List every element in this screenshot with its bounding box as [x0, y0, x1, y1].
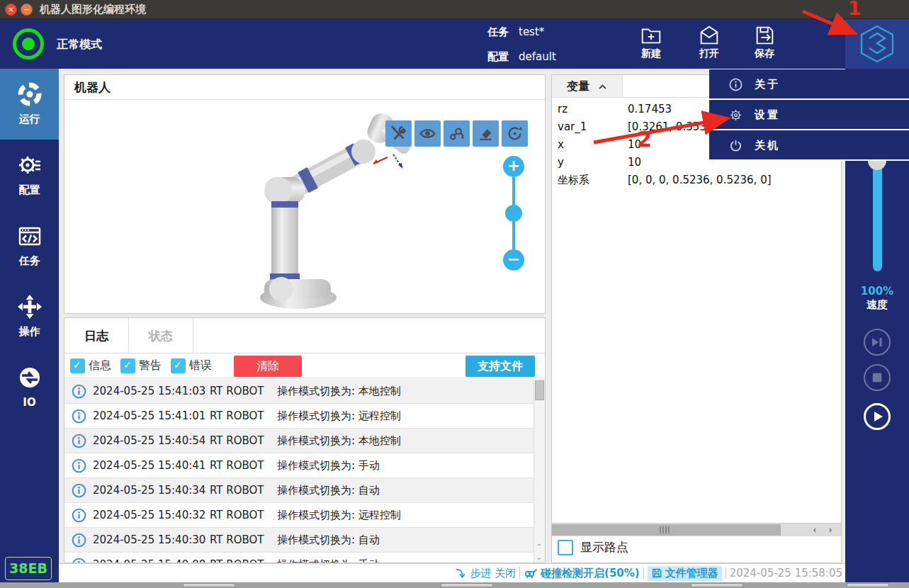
log-row[interactable]: 2024-05-25 15:40:54 RT ROBOT 操作模式切换为: 本地… [64, 429, 533, 453]
menu-item-label: 设置 [755, 108, 780, 122]
stop-button[interactable] [864, 364, 891, 391]
variables-header-cell[interactable]: 变量 [552, 75, 623, 97]
tools-icon [390, 125, 407, 142]
variables-hscrollbar[interactable]: ‹ › [552, 523, 841, 536]
save-button-label: 保存 [741, 47, 788, 60]
log-scrollbar[interactable]: ⌃ ⌄ [533, 379, 545, 562]
log-source: RT ROBOT [210, 509, 264, 521]
step-mode-toggle[interactable]: 步进 关闭 [455, 567, 516, 580]
info-icon [72, 434, 86, 451]
chevron-up-icon [598, 84, 607, 90]
zoom-out-button[interactable]: − [503, 249, 524, 271]
sidebar-item-run[interactable]: 运行 [0, 69, 59, 140]
collision-robot-icon [524, 567, 538, 579]
log-time: 2024-05-25 15:40:34 [93, 484, 205, 497]
log-message: 操作模式切换为: 手动 [277, 459, 380, 473]
move-arrows-icon [16, 293, 44, 321]
scroll-down-button[interactable]: ⌄ [534, 553, 544, 562]
log-row[interactable]: 2024-05-25 15:40:41 RT ROBOT 操作模式切换为: 手动 [64, 453, 533, 478]
config-label: 配置 [487, 50, 509, 63]
eye-icon [419, 125, 436, 142]
window-minimize-button[interactable]: − [21, 4, 33, 16]
variable-name: y [558, 156, 564, 169]
speed-label: 速度 [845, 298, 909, 312]
view-tools-button[interactable] [385, 120, 412, 147]
sidebar-item-io[interactable]: IO [0, 352, 59, 423]
log-row[interactable]: 2024-05-25 15:40:34 RT ROBOT 操作模式切换为: 自动 [64, 478, 533, 503]
scroll-right-button[interactable]: › [824, 524, 837, 536]
open-envelope-icon [697, 23, 721, 47]
zoom-in-button[interactable]: + [503, 156, 524, 177]
menu-item-shutdown[interactable]: 关机 [709, 130, 909, 161]
step-mode-label: 步进 关闭 [470, 567, 516, 580]
open-button[interactable]: 打开 [686, 22, 733, 66]
info-icon [72, 384, 86, 402]
trajectory-icon [448, 125, 465, 142]
rotate-reset-icon [506, 125, 524, 142]
log-source: RT ROBOT [210, 533, 264, 546]
show-waypoints-row: 显示路点 [558, 539, 628, 555]
variables-header-label: 变量 [567, 79, 589, 93]
log-list: 2024-05-25 15:41:03 RT ROBOT 操作模式切换为: 本地… [64, 379, 533, 562]
show-waypoints-checkbox[interactable] [558, 540, 573, 555]
view-path-button[interactable] [444, 120, 470, 147]
tab-status[interactable]: 状态 [129, 318, 193, 353]
scroll-left-button[interactable]: ‹ [808, 524, 821, 536]
info-icon [729, 78, 743, 94]
log-row[interactable]: 2024-05-25 15:41:03 RT ROBOT 操作模式切换为: 本地… [64, 379, 533, 404]
variable-name: 坐标系 [558, 174, 589, 187]
open-button-label: 打开 [686, 47, 733, 60]
divider [725, 567, 726, 579]
collision-detection-toggle[interactable]: 碰撞检测开启(50%) [524, 567, 640, 580]
view-reset-button[interactable] [502, 120, 528, 147]
sidebar-item-config[interactable]: 配置 [0, 140, 59, 210]
file-manager-button[interactable]: 文件管理器 [648, 566, 722, 581]
play-button[interactable] [864, 403, 891, 430]
robot-3d-viewport[interactable]: + − [64, 101, 545, 313]
save-button[interactable]: 保存 [741, 22, 788, 66]
log-filter-bar: 信息 警告 错误 清除 支持文件 [64, 354, 545, 378]
hscrollbar-thumb[interactable] [552, 524, 781, 536]
log-row[interactable]: 2024-05-25 15:40:32 RT ROBOT 操作模式切换为: 远程… [64, 503, 533, 528]
new-button[interactable]: 新建 [628, 22, 674, 66]
zoom-slider-knob[interactable] [505, 205, 522, 222]
filter-error-checkbox[interactable] [171, 358, 186, 373]
log-row[interactable]: 2024-05-25 15:40:30 RT ROBOT 操作模式切换为: 自动 [64, 528, 533, 553]
variable-row[interactable]: 坐标系 [0, 0, 0, 0.5236, 0.5236, 0] [552, 171, 841, 189]
log-message: 操作模式切换为: 手动 [277, 558, 380, 562]
filter-warn-checkbox[interactable] [120, 358, 135, 373]
step-forward-button[interactable] [864, 329, 891, 356]
app-logo-button[interactable] [845, 19, 909, 69]
sidebar-item-operate[interactable]: 操作 [0, 281, 59, 352]
log-row[interactable]: 2024-05-25 15:40:08 RT ROBOT 操作模式切换为: 手动 [64, 553, 533, 562]
clear-log-button[interactable]: 清除 [234, 356, 302, 377]
filter-warn-label: 警告 [139, 358, 162, 373]
info-icon [72, 409, 86, 426]
support-files-button[interactable]: 支持文件 [465, 356, 535, 377]
tab-log[interactable]: 日志 [64, 318, 129, 353]
step-arrow-icon [455, 567, 467, 579]
titlebar: ✕ − 机器人图形化编程环境 [0, 0, 909, 19]
log-row[interactable]: 2024-05-25 15:41:01 RT ROBOT 操作模式切换为: 远程… [64, 404, 533, 429]
viewport-toolbar [385, 120, 528, 147]
background-window-tab [847, 583, 889, 587]
view-visibility-button[interactable] [414, 120, 441, 147]
filter-info-checkbox[interactable] [70, 358, 85, 373]
variable-value: 10 [628, 156, 641, 169]
log-time: 2024-05-25 15:40:41 [93, 459, 205, 472]
sidebar: 运行 配置 任务 操作 [0, 69, 59, 582]
menu-item-settings[interactable]: 设置 [709, 100, 909, 130]
menu-item-about[interactable]: 关于 [709, 69, 909, 100]
info-icon [72, 533, 86, 550]
view-erase-button[interactable] [473, 120, 499, 147]
new-button-label: 新建 [628, 47, 674, 60]
window-close-button[interactable]: ✕ [5, 4, 17, 16]
log-message: 操作模式切换为: 自动 [277, 533, 380, 547]
app-logo-icon [859, 24, 896, 64]
sidebar-item-task[interactable]: 任务 [0, 210, 59, 281]
log-time: 2024-05-25 15:40:32 [93, 509, 205, 521]
log-message: 操作模式切换为: 远程控制 [277, 509, 401, 522]
scroll-up-button[interactable]: ⌃ [534, 542, 544, 552]
log-scrollbar-thumb[interactable] [535, 380, 544, 400]
log-source: RT ROBOT [210, 434, 264, 447]
